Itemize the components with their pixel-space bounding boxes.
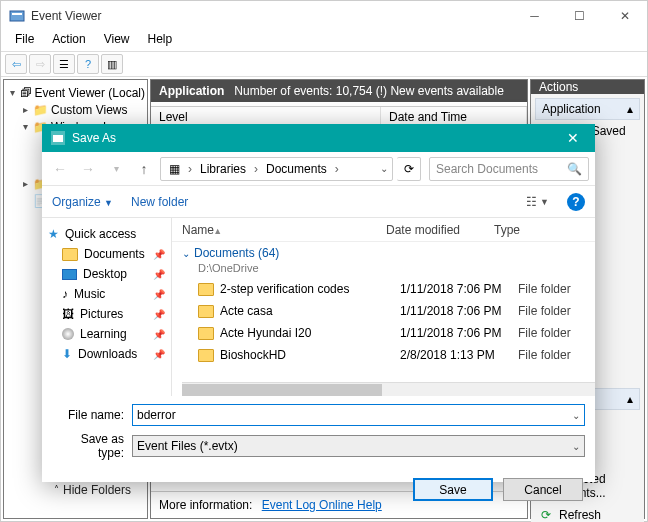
crumb-dropdown-icon[interactable]: ⌄	[380, 163, 388, 174]
view-button[interactable]: ☷ ▼	[526, 195, 549, 209]
dialog-close-button[interactable]: ✕	[550, 124, 595, 152]
dialog-title: Save As	[72, 131, 550, 145]
window-title: Event Viewer	[31, 9, 512, 23]
chevron-up-icon: ˄	[54, 484, 59, 495]
crumb-documents[interactable]: Documents	[262, 162, 331, 176]
col-date[interactable]: Date modified	[376, 219, 484, 241]
col-type[interactable]: Type	[484, 219, 530, 241]
chevron-right-icon[interactable]: ›	[335, 162, 339, 176]
chevron-down-icon[interactable]: ⌄	[182, 248, 190, 259]
dialog-titlebar: Save As ✕	[42, 124, 595, 152]
quick-access[interactable]: ★Quick access	[46, 224, 167, 244]
file-date: 1/11/2018 7:06 PM	[400, 304, 518, 318]
tool-button-3[interactable]: ▥	[101, 54, 123, 74]
search-input[interactable]: Search Documents🔍	[429, 157, 589, 181]
dialog-sidebar[interactable]: ★Quick access Documents📌 Desktop📌 ♪Music…	[42, 218, 172, 396]
pin-icon: 📌	[153, 329, 165, 340]
nav-back-button[interactable]: ←	[48, 157, 72, 181]
menu-view[interactable]: View	[96, 31, 138, 51]
star-icon: ★	[48, 227, 59, 241]
list-item[interactable]: Acte casa1/11/2018 7:06 PMFile folder	[182, 300, 595, 322]
chevron-up-icon[interactable]: ▴	[627, 392, 633, 406]
sort-asc-icon: ▲	[213, 226, 222, 236]
chevron-right-icon[interactable]: ▸	[20, 178, 30, 189]
group-header[interactable]: ⌄Documents (64)	[182, 244, 595, 262]
sidebar-item-downloads[interactable]: ⬇Downloads📌	[46, 344, 167, 364]
pictures-icon: 🖼	[62, 307, 74, 321]
search-placeholder: Search Documents	[436, 162, 538, 176]
file-name: BioshockHD	[220, 348, 400, 362]
cancel-button[interactable]: Cancel	[503, 478, 583, 501]
tree-root[interactable]: ▾🗊Event Viewer (Local)	[6, 84, 145, 101]
help-button[interactable]: ?	[567, 193, 585, 211]
new-folder-button[interactable]: New folder	[131, 195, 188, 209]
disc-icon	[62, 328, 74, 340]
col-name[interactable]: Name ▲	[172, 219, 376, 241]
tree-custom-views[interactable]: ▸📁Custom Views	[6, 101, 145, 118]
app-icon	[9, 8, 25, 24]
file-date: 1/11/2018 7:06 PM	[400, 282, 518, 296]
filetype-select[interactable]: Event Files (*.evtx)⌄	[132, 435, 585, 457]
chevron-down-icon[interactable]: ⌄	[572, 410, 580, 421]
minimize-button[interactable]: ─	[512, 1, 557, 31]
sidebar-item-music[interactable]: ♪Music📌	[46, 284, 167, 304]
file-name: 2-step verification codes	[220, 282, 400, 296]
sidebar-item-label: Desktop	[83, 267, 127, 281]
hide-folders-button[interactable]: ˄Hide Folders	[54, 483, 131, 497]
nav-up-button[interactable]: ↑	[132, 157, 156, 181]
file-list-body[interactable]: ⌄Documents (64) D:\OneDrive 2-step verif…	[172, 242, 595, 396]
center-subtitle: Number of events: 10,754 (!) New events …	[234, 84, 503, 98]
organize-button[interactable]: Organize ▼	[52, 195, 113, 209]
tool-button-2[interactable]: ?	[77, 54, 99, 74]
back-button[interactable]: ⇦	[5, 54, 27, 74]
list-item[interactable]: BioshockHD2/8/2018 1:13 PMFile folder	[182, 344, 595, 366]
chevron-right-icon[interactable]: ▸	[20, 104, 30, 115]
actions-section[interactable]: Application▴	[535, 98, 640, 120]
filename-value: bderror	[137, 408, 572, 422]
list-item[interactable]: 2-step verification codes1/11/2018 7:06 …	[182, 278, 595, 300]
actions-header: Actions	[531, 80, 644, 94]
chevron-right-icon[interactable]: ›	[254, 162, 258, 176]
menu-help[interactable]: Help	[140, 31, 181, 51]
chevron-down-icon[interactable]: ▾	[8, 87, 17, 98]
desktop-icon	[62, 269, 77, 280]
chevron-down-icon[interactable]: ⌄	[572, 441, 580, 452]
libraries-icon: ▦	[165, 162, 184, 176]
chevron-up-icon[interactable]: ▴	[627, 102, 633, 116]
tool-button-1[interactable]: ☰	[53, 54, 75, 74]
sidebar-item-desktop[interactable]: Desktop📌	[46, 264, 167, 284]
chevron-down-icon[interactable]: ▾	[20, 121, 30, 132]
filetype-row: Save as type: Event Files (*.evtx)⌄	[52, 432, 585, 460]
sidebar-item-pictures[interactable]: 🖼Pictures📌	[46, 304, 167, 324]
menu-file[interactable]: File	[7, 31, 42, 51]
refresh-button[interactable]: ⟳	[397, 157, 421, 181]
dialog-body: ★Quick access Documents📌 Desktop📌 ♪Music…	[42, 218, 595, 396]
search-icon: 🔍	[567, 162, 582, 176]
sidebar-item-label: Music	[74, 287, 105, 301]
pin-icon: 📌	[153, 249, 165, 260]
save-button[interactable]: Save	[413, 478, 493, 501]
filetype-label: Save as type:	[52, 432, 132, 460]
crumb-libraries[interactable]: Libraries	[196, 162, 250, 176]
nav-forward-button[interactable]: →	[76, 157, 100, 181]
file-type: File folder	[518, 348, 571, 362]
filetype-value: Event Files (*.evtx)	[137, 439, 572, 453]
sidebar-item-learning[interactable]: Learning📌	[46, 324, 167, 344]
maximize-button[interactable]: ☐	[557, 1, 602, 31]
filename-input[interactable]: bderror⌄	[132, 404, 585, 426]
filename-label: File name:	[52, 408, 132, 422]
scrollbar-thumb[interactable]	[182, 384, 382, 396]
breadcrumb[interactable]: ▦ › Libraries › Documents › ⌄	[160, 157, 393, 181]
sidebar-item-documents[interactable]: Documents📌	[46, 244, 167, 264]
file-type: File folder	[518, 326, 571, 340]
center-header: Application Number of events: 10,754 (!)…	[151, 80, 527, 102]
list-item[interactable]: Acte Hyundai I201/11/2018 7:06 PMFile fo…	[182, 322, 595, 344]
hide-folders-label: Hide Folders	[63, 483, 131, 497]
nav-recent-button[interactable]: ▾	[104, 157, 128, 181]
horizontal-scrollbar[interactable]	[182, 382, 595, 396]
forward-button[interactable]: ⇨	[29, 54, 51, 74]
chevron-right-icon[interactable]: ›	[188, 162, 192, 176]
close-button[interactable]: ✕	[602, 1, 647, 31]
menu-action[interactable]: Action	[44, 31, 93, 51]
chevron-down-icon: ▼	[104, 198, 113, 208]
